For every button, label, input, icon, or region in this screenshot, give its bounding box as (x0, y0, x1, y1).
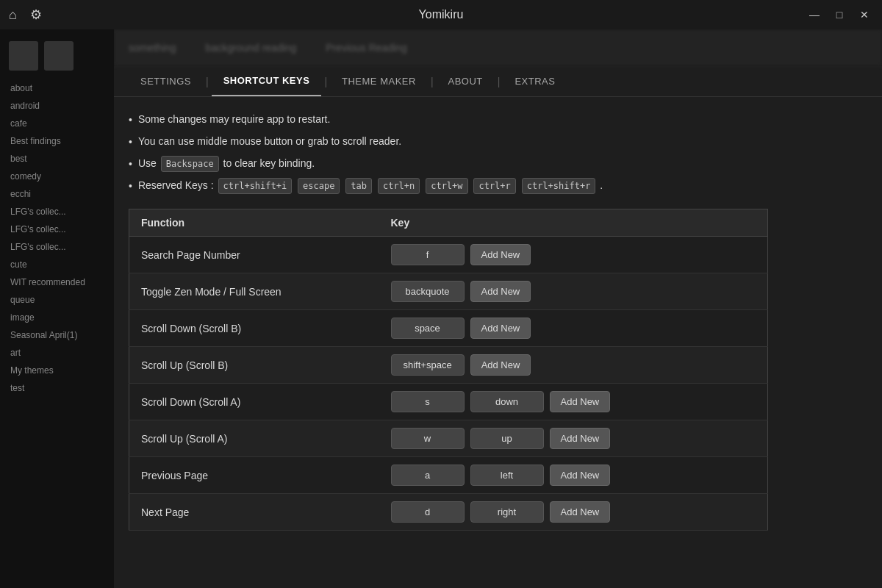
note-text-1: Some changes may require app to restart. (138, 112, 330, 127)
add-new-previous-page[interactable]: Add New (550, 465, 611, 486)
tab-extras[interactable]: EXTRAS (503, 67, 567, 96)
key-input-space[interactable]: space (391, 318, 465, 339)
key-cell-7: a left Add New (391, 465, 756, 486)
sidebar-item-7[interactable]: LFG's collec... (0, 203, 114, 220)
sidebar-item-12[interactable]: queue (0, 291, 114, 309)
backspace-badge: Backspace (161, 156, 219, 172)
bullet-1: • (129, 112, 132, 128)
key-input-down[interactable]: down (470, 391, 544, 412)
sidebar-item-14[interactable]: Seasonal April(1) (0, 326, 114, 344)
sidebar-item-3[interactable]: Best findings (0, 132, 114, 150)
tab-theme-maker[interactable]: THEME MAKER (330, 67, 428, 96)
close-button[interactable]: ✕ (856, 6, 873, 24)
sidebar-item-11[interactable]: WIT recommended (0, 273, 114, 291)
reserved-key-3: tab (345, 178, 372, 194)
keys-toggle-zen-mode: backquote Add New (379, 273, 768, 310)
add-new-scroll-down-b[interactable]: Add New (470, 318, 531, 339)
window-controls: — □ ✕ (806, 6, 873, 24)
tabs-bar: SETTINGS | SHORTCUT KEYS | THEME MAKER |… (114, 66, 882, 97)
row-scroll-down-a: Scroll Down (Scroll A) s down Add New (129, 384, 768, 420)
key-input-up[interactable]: up (470, 428, 544, 449)
keys-scroll-down-b: space Add New (379, 310, 768, 347)
col-key: Key (379, 209, 768, 237)
row-toggle-zen-mode: Toggle Zen Mode / Full Screen backquote … (129, 273, 768, 310)
key-input-d[interactable]: d (391, 501, 465, 523)
note-text-4: Reserved Keys : ctrl+shift+i escape tab … (138, 178, 603, 194)
tab-shortcut-keys[interactable]: SHORTCUT KEYS (212, 66, 322, 96)
row-next-page: Next Page d right Add New (129, 494, 768, 531)
minimize-button[interactable]: — (806, 6, 823, 24)
add-new-scroll-up-a[interactable]: Add New (550, 428, 611, 449)
key-input-s[interactable]: s (391, 391, 465, 412)
add-new-zen-mode[interactable]: Add New (470, 281, 531, 302)
add-new-search-page[interactable]: Add New (470, 244, 531, 265)
key-input-shift-space[interactable]: shift+space (391, 354, 465, 376)
header-item-1: something (129, 42, 176, 54)
home-icon[interactable]: ⌂ (9, 7, 17, 23)
main-content-area: • Some changes may require app to restar… (114, 97, 882, 588)
key-cell-8: d right Add New (391, 501, 756, 523)
col-function: Function (129, 209, 379, 237)
sidebar-item-1[interactable]: android (0, 97, 114, 115)
main-layout: about android cafe Best findings best co… (0, 29, 882, 588)
func-toggle-zen-mode: Toggle Zen Mode / Full Screen (129, 273, 379, 310)
sidebar-item-6[interactable]: ecchi (0, 185, 114, 203)
note-text-3: Use Backspace to clear key binding. (138, 156, 315, 172)
func-scroll-down-b: Scroll Down (Scroll B) (129, 310, 379, 347)
maximize-button[interactable]: □ (831, 6, 848, 24)
bullet-3: • (129, 157, 132, 172)
note-text-2: You can use middle mouse button or grab … (138, 134, 401, 149)
titlebar: ⌂ ⚙ Yomikiru — □ ✕ (0, 0, 882, 29)
row-scroll-up-a: Scroll Up (Scroll A) w up Add New (129, 420, 768, 457)
tab-about[interactable]: ABOUT (437, 67, 495, 96)
note-2: • You can use middle mouse button or gra… (129, 134, 768, 150)
keys-scroll-up-a: w up Add New (379, 420, 768, 457)
note-1: • Some changes may require app to restar… (129, 112, 768, 128)
key-cell-1: f Add New (391, 244, 756, 265)
key-cell-5: s down Add New (391, 391, 756, 412)
keys-previous-page: a left Add New (379, 457, 768, 494)
table-header-row: Function Key (129, 209, 768, 237)
notes-section: • Some changes may require app to restar… (129, 112, 768, 194)
sidebar-item-16[interactable]: My themes (0, 362, 114, 379)
row-search-page-number: Search Page Number f Add New (129, 237, 768, 273)
sidebar-item-5[interactable]: comedy (0, 168, 114, 185)
settings-icon[interactable]: ⚙ (30, 7, 42, 23)
key-input-right[interactable]: right (470, 501, 544, 523)
row-scroll-up-b: Scroll Up (Scroll B) shift+space Add New (129, 347, 768, 384)
key-input-f[interactable]: f (391, 244, 465, 265)
key-cell-4: shift+space Add New (391, 354, 756, 376)
key-cell-6: w up Add New (391, 428, 756, 449)
key-input-w[interactable]: w (391, 428, 465, 449)
add-new-scroll-up-b[interactable]: Add New (470, 354, 531, 376)
sidebar-item-17[interactable]: test (0, 379, 114, 397)
sidebar-item-9[interactable]: LFG's collec... (0, 238, 114, 256)
func-scroll-up-a: Scroll Up (Scroll A) (129, 420, 379, 457)
sidebar-thumb-2[interactable] (44, 41, 74, 71)
add-new-next-page[interactable]: Add New (550, 501, 611, 523)
sidebar-thumbnails (0, 35, 114, 79)
sidebar-item-10[interactable]: cute (0, 256, 114, 273)
sidebar-item-15[interactable]: art (0, 344, 114, 362)
func-search-page-number: Search Page Number (129, 237, 379, 273)
sidebar-item-13[interactable]: image (0, 309, 114, 326)
titlebar-left-icons: ⌂ ⚙ (9, 7, 42, 23)
key-input-a[interactable]: a (391, 465, 465, 486)
reserved-key-4: ctrl+n (378, 178, 420, 194)
keys-next-page: d right Add New (379, 494, 768, 531)
add-new-scroll-down-a[interactable]: Add New (550, 391, 611, 412)
tab-settings[interactable]: SETTINGS (129, 67, 203, 96)
sidebar-item-2[interactable]: cafe (0, 115, 114, 132)
sidebar-item-4[interactable]: best (0, 150, 114, 168)
content-area: something background reading Previous Re… (114, 29, 882, 588)
sidebar-thumb-1[interactable] (9, 41, 38, 71)
reserved-key-7: ctrl+shift+r (522, 178, 596, 194)
func-scroll-up-b: Scroll Up (Scroll B) (129, 347, 379, 384)
key-input-backquote[interactable]: backquote (391, 281, 465, 302)
sidebar-item-0[interactable]: about (0, 79, 114, 97)
reserved-key-2: escape (298, 178, 340, 194)
key-input-left[interactable]: left (470, 465, 544, 486)
sidebar-item-8[interactable]: LFG's collec... (0, 220, 114, 238)
app-title: Yomikiru (419, 8, 464, 21)
header-strip: something background reading Previous Re… (114, 29, 882, 66)
